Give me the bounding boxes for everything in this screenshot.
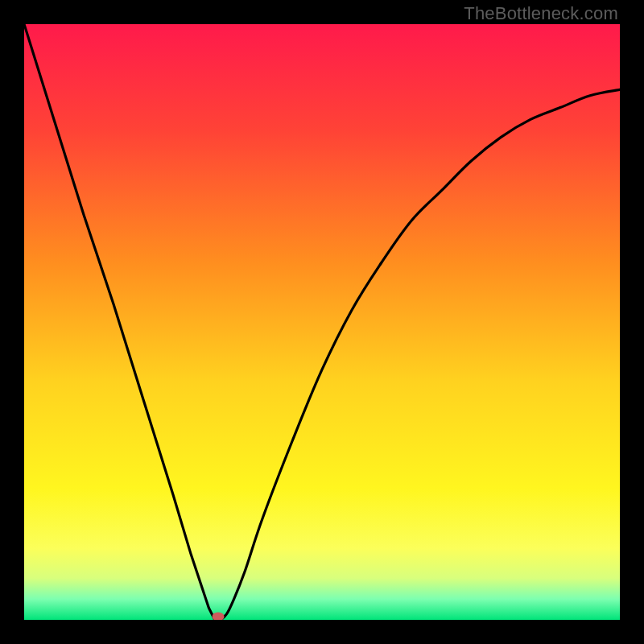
chart-frame: TheBottleneck.com: [0, 0, 644, 644]
plot-area: [24, 24, 620, 620]
bottleneck-curve: [24, 24, 620, 620]
watermark-text: TheBottleneck.com: [464, 3, 618, 24]
optimum-marker: [212, 613, 224, 620]
